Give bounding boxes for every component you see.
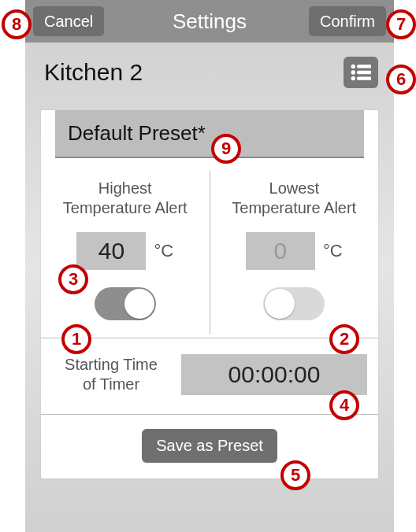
list-icon bbox=[351, 64, 371, 81]
save-as-preset-button[interactable]: Save as Preset bbox=[142, 429, 277, 463]
callout-5: 5 bbox=[280, 460, 310, 490]
low-alert-label: LowestTemperature Alert bbox=[220, 179, 370, 218]
callout-4: 4 bbox=[329, 390, 359, 420]
preset-list-button[interactable] bbox=[344, 57, 378, 88]
callout-1: 1 bbox=[61, 324, 91, 354]
timer-value-input[interactable]: 00:00:00 bbox=[181, 354, 367, 395]
high-temp-input[interactable]: 40 bbox=[76, 232, 146, 270]
svg-rect-5 bbox=[358, 77, 371, 79]
settings-panel: Default Preset* HighestTemperature Alert… bbox=[41, 110, 378, 478]
svg-rect-1 bbox=[358, 65, 371, 68]
callout-8: 8 bbox=[2, 9, 32, 39]
preset-name-label[interactable]: Default Preset* bbox=[55, 110, 364, 157]
high-alert-toggle[interactable] bbox=[95, 287, 156, 320]
callout-6: 6 bbox=[386, 65, 416, 94]
callout-7: 7 bbox=[386, 9, 416, 39]
confirm-button[interactable]: Confirm bbox=[309, 6, 386, 36]
low-alert-section: LowestTemperature Alert 0 °C bbox=[210, 171, 379, 334]
low-temp-unit: °C bbox=[323, 241, 343, 261]
cancel-button[interactable]: Cancel bbox=[33, 6, 104, 36]
high-alert-label: HighestTemperature Alert bbox=[50, 179, 200, 218]
timer-label: Starting Timeof Timer bbox=[52, 355, 170, 394]
svg-point-0 bbox=[351, 65, 355, 68]
callout-3: 3 bbox=[58, 264, 88, 294]
navbar: Cancel Settings Confirm bbox=[25, 0, 394, 42]
high-temp-unit: °C bbox=[154, 241, 173, 261]
svg-point-4 bbox=[351, 76, 355, 79]
low-temp-input[interactable]: 0 bbox=[246, 232, 315, 270]
callout-2: 2 bbox=[329, 324, 359, 354]
svg-point-2 bbox=[351, 71, 355, 74]
device-name: Kitchen 2 bbox=[44, 59, 143, 86]
callout-9: 9 bbox=[211, 134, 241, 164]
low-alert-toggle[interactable] bbox=[263, 287, 325, 320]
svg-rect-3 bbox=[358, 71, 371, 73]
screen-title: Settings bbox=[173, 9, 247, 34]
high-alert-section: HighestTemperature Alert 40 °C bbox=[41, 171, 210, 334]
divider bbox=[55, 157, 364, 158]
